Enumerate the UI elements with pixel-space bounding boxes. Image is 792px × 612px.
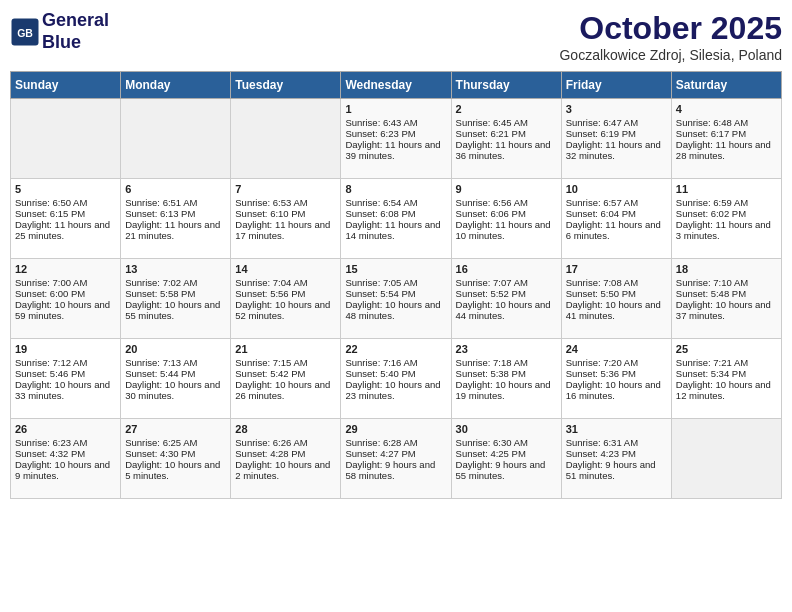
day-number: 16	[456, 263, 557, 275]
day-content: Sunset: 5:38 PM	[456, 368, 557, 379]
day-content: Sunrise: 6:26 AM	[235, 437, 336, 448]
header-thursday: Thursday	[451, 72, 561, 99]
calendar-cell: 31Sunrise: 6:31 AMSunset: 4:23 PMDayligh…	[561, 419, 671, 499]
day-content: Sunrise: 7:15 AM	[235, 357, 336, 368]
calendar-cell: 2Sunrise: 6:45 AMSunset: 6:21 PMDaylight…	[451, 99, 561, 179]
day-content: Sunset: 6:15 PM	[15, 208, 116, 219]
day-content: Sunrise: 6:31 AM	[566, 437, 667, 448]
day-content: Sunrise: 7:02 AM	[125, 277, 226, 288]
day-content: Daylight: 11 hours and 10 minutes.	[456, 219, 557, 241]
day-number: 26	[15, 423, 116, 435]
day-content: Sunrise: 6:56 AM	[456, 197, 557, 208]
day-number: 31	[566, 423, 667, 435]
day-number: 8	[345, 183, 446, 195]
day-content: Daylight: 11 hours and 14 minutes.	[345, 219, 446, 241]
day-number: 11	[676, 183, 777, 195]
day-content: Daylight: 10 hours and 5 minutes.	[125, 459, 226, 481]
day-content: Daylight: 10 hours and 30 minutes.	[125, 379, 226, 401]
day-number: 23	[456, 343, 557, 355]
calendar-cell: 24Sunrise: 7:20 AMSunset: 5:36 PMDayligh…	[561, 339, 671, 419]
day-content: Sunset: 4:27 PM	[345, 448, 446, 459]
calendar-week-row: 19Sunrise: 7:12 AMSunset: 5:46 PMDayligh…	[11, 339, 782, 419]
calendar-cell: 23Sunrise: 7:18 AMSunset: 5:38 PMDayligh…	[451, 339, 561, 419]
calendar-cell	[11, 99, 121, 179]
day-content: Sunrise: 6:48 AM	[676, 117, 777, 128]
calendar-cell: 11Sunrise: 6:59 AMSunset: 6:02 PMDayligh…	[671, 179, 781, 259]
day-content: Daylight: 10 hours and 16 minutes.	[566, 379, 667, 401]
day-content: Sunset: 5:50 PM	[566, 288, 667, 299]
day-number: 3	[566, 103, 667, 115]
day-content: Sunset: 4:28 PM	[235, 448, 336, 459]
day-content: Daylight: 11 hours and 3 minutes.	[676, 219, 777, 241]
day-content: Sunrise: 7:16 AM	[345, 357, 446, 368]
day-number: 19	[15, 343, 116, 355]
day-number: 30	[456, 423, 557, 435]
day-content: Sunrise: 6:28 AM	[345, 437, 446, 448]
calendar-cell: 29Sunrise: 6:28 AMSunset: 4:27 PMDayligh…	[341, 419, 451, 499]
day-content: Daylight: 9 hours and 51 minutes.	[566, 459, 667, 481]
day-content: Daylight: 10 hours and 12 minutes.	[676, 379, 777, 401]
day-number: 7	[235, 183, 336, 195]
day-number: 12	[15, 263, 116, 275]
calendar-cell: 26Sunrise: 6:23 AMSunset: 4:32 PMDayligh…	[11, 419, 121, 499]
day-content: Sunset: 6:17 PM	[676, 128, 777, 139]
day-content: Daylight: 9 hours and 58 minutes.	[345, 459, 446, 481]
day-number: 5	[15, 183, 116, 195]
day-content: Sunset: 4:32 PM	[15, 448, 116, 459]
day-content: Sunset: 5:42 PM	[235, 368, 336, 379]
day-content: Sunrise: 6:54 AM	[345, 197, 446, 208]
calendar-cell: 9Sunrise: 6:56 AMSunset: 6:06 PMDaylight…	[451, 179, 561, 259]
location-subtitle: Goczalkowice Zdroj, Silesia, Poland	[559, 47, 782, 63]
day-content: Sunset: 6:13 PM	[125, 208, 226, 219]
calendar-header-row: SundayMondayTuesdayWednesdayThursdayFrid…	[11, 72, 782, 99]
calendar-cell: 17Sunrise: 7:08 AMSunset: 5:50 PMDayligh…	[561, 259, 671, 339]
day-content: Daylight: 10 hours and 23 minutes.	[345, 379, 446, 401]
day-content: Sunrise: 6:51 AM	[125, 197, 226, 208]
day-content: Sunset: 6:06 PM	[456, 208, 557, 219]
calendar-cell: 28Sunrise: 6:26 AMSunset: 4:28 PMDayligh…	[231, 419, 341, 499]
calendar-cell	[121, 99, 231, 179]
calendar-week-row: 12Sunrise: 7:00 AMSunset: 6:00 PMDayligh…	[11, 259, 782, 339]
calendar-cell: 25Sunrise: 7:21 AMSunset: 5:34 PMDayligh…	[671, 339, 781, 419]
day-content: Sunset: 6:10 PM	[235, 208, 336, 219]
calendar-cell: 16Sunrise: 7:07 AMSunset: 5:52 PMDayligh…	[451, 259, 561, 339]
day-content: Sunrise: 7:21 AM	[676, 357, 777, 368]
day-content: Sunrise: 6:23 AM	[15, 437, 116, 448]
day-number: 20	[125, 343, 226, 355]
day-content: Daylight: 10 hours and 26 minutes.	[235, 379, 336, 401]
day-content: Daylight: 10 hours and 9 minutes.	[15, 459, 116, 481]
calendar-cell: 1Sunrise: 6:43 AMSunset: 6:23 PMDaylight…	[341, 99, 451, 179]
day-content: Sunrise: 6:30 AM	[456, 437, 557, 448]
day-content: Sunset: 5:56 PM	[235, 288, 336, 299]
day-number: 10	[566, 183, 667, 195]
day-content: Sunrise: 7:05 AM	[345, 277, 446, 288]
day-number: 15	[345, 263, 446, 275]
day-content: Daylight: 10 hours and 37 minutes.	[676, 299, 777, 321]
day-number: 24	[566, 343, 667, 355]
day-number: 21	[235, 343, 336, 355]
calendar-cell: 8Sunrise: 6:54 AMSunset: 6:08 PMDaylight…	[341, 179, 451, 259]
day-content: Sunrise: 6:57 AM	[566, 197, 667, 208]
header-wednesday: Wednesday	[341, 72, 451, 99]
header-friday: Friday	[561, 72, 671, 99]
day-number: 4	[676, 103, 777, 115]
day-content: Sunset: 6:02 PM	[676, 208, 777, 219]
calendar-cell: 21Sunrise: 7:15 AMSunset: 5:42 PMDayligh…	[231, 339, 341, 419]
day-number: 1	[345, 103, 446, 115]
day-content: Sunset: 5:58 PM	[125, 288, 226, 299]
day-content: Sunset: 6:21 PM	[456, 128, 557, 139]
day-content: Sunset: 4:30 PM	[125, 448, 226, 459]
calendar-cell: 20Sunrise: 7:13 AMSunset: 5:44 PMDayligh…	[121, 339, 231, 419]
day-content: Sunset: 6:00 PM	[15, 288, 116, 299]
day-content: Sunrise: 6:53 AM	[235, 197, 336, 208]
day-content: Daylight: 10 hours and 55 minutes.	[125, 299, 226, 321]
day-content: Sunset: 5:44 PM	[125, 368, 226, 379]
day-content: Sunset: 5:54 PM	[345, 288, 446, 299]
header-tuesday: Tuesday	[231, 72, 341, 99]
day-number: 14	[235, 263, 336, 275]
calendar-cell: 12Sunrise: 7:00 AMSunset: 6:00 PMDayligh…	[11, 259, 121, 339]
day-number: 6	[125, 183, 226, 195]
day-content: Sunset: 6:08 PM	[345, 208, 446, 219]
calendar-table: SundayMondayTuesdayWednesdayThursdayFrid…	[10, 71, 782, 499]
calendar-cell: 27Sunrise: 6:25 AMSunset: 4:30 PMDayligh…	[121, 419, 231, 499]
